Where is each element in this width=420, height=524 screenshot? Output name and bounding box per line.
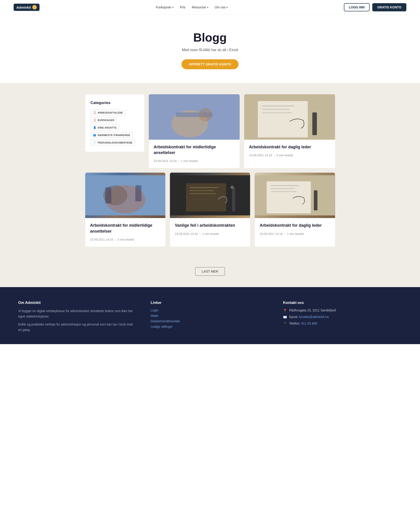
article-title-2: Arbeidskontrakt for daglig leder bbox=[249, 144, 330, 150]
article-card-2[interactable]: Arbeidskontrakt for daglig leder 23.09.2… bbox=[244, 94, 335, 168]
article-meta-3: 23.09.2021 14:16 | 3 min lesetid bbox=[90, 238, 160, 241]
nav-link-om-oss[interactable]: Om oss ▾ bbox=[215, 5, 228, 9]
article-meta-5: 23.09.2021 14:16 | 1 min lesetid bbox=[260, 232, 330, 236]
svg-rect-17 bbox=[190, 187, 218, 188]
phone-icon: 📱 bbox=[283, 322, 287, 325]
svg-rect-18 bbox=[190, 190, 214, 191]
load-more-section: LAST MER bbox=[0, 260, 420, 287]
article-date-2: 23.09.2021 14:16 bbox=[249, 154, 272, 157]
article-readtime-2: 4 min lesetid bbox=[276, 154, 293, 157]
article-title-4: Vanlige feil i arbeidskontrakten bbox=[175, 223, 245, 228]
bottom-grid: Arbeidskontrakt for midlertidige ansette… bbox=[85, 173, 335, 246]
article-meta-1: 23.09.2021 14:16 | 1 min lesetid bbox=[154, 159, 235, 163]
article-card-4[interactable]: Vanlige feil i arbeidskontrakten 23.09.2… bbox=[170, 173, 250, 246]
article-card-1[interactable]: Arbeidskontrakt for midlertidige ansette… bbox=[149, 94, 240, 168]
address-text: Rådhusgata 15, 3211 Sandefjord bbox=[289, 308, 336, 312]
person-icon: 👤 bbox=[93, 126, 96, 129]
article-meta-4: 23.09.2021 14:16 | 1 min lesetid bbox=[175, 232, 245, 236]
login-button[interactable]: LOGG INN bbox=[344, 3, 370, 11]
article-readtime-1: 1 min lesetid bbox=[181, 159, 198, 163]
file-icon: 📋 bbox=[93, 111, 96, 114]
svg-point-3 bbox=[199, 108, 212, 122]
category-tags: 📋 ARBEIDSAVTALENE 📋 BURSDAGER 👤 DINE ANS… bbox=[91, 110, 139, 145]
hero-title: Blogg bbox=[5, 31, 415, 44]
article-meta-2: 23.09.2021 14:16 | 4 min lesetid bbox=[249, 154, 330, 157]
phone-link[interactable]: 911 02 868 bbox=[301, 322, 317, 325]
footer-about-text1: Vi bygger en digital verktøykasse for ad… bbox=[18, 308, 137, 319]
cat-tag-bursdager[interactable]: 📋 BURSDAGER bbox=[91, 117, 117, 123]
contact-address: 📍 Rådhusgata 15, 3211 Sandefjord bbox=[283, 308, 402, 312]
svg-rect-7 bbox=[262, 109, 290, 110]
svg-rect-26 bbox=[271, 192, 297, 192]
svg-rect-27 bbox=[314, 190, 318, 210]
footer-about-text2: Enkle og praktiske verktøy for administr… bbox=[18, 322, 137, 333]
svg-rect-19 bbox=[190, 193, 216, 194]
cat-tag-dine-ansatte[interactable]: 👤 DINE ANSATTE bbox=[91, 125, 119, 130]
chevron-down-icon: ▾ bbox=[227, 6, 228, 9]
chevron-down-icon: ▾ bbox=[172, 6, 174, 9]
email-link[interactable]: kontakt@adminkit.no bbox=[299, 315, 329, 319]
footer-link-databehandleravtale[interactable]: Databehandleravtale bbox=[151, 319, 269, 323]
svg-rect-23 bbox=[267, 182, 311, 213]
footer-link-ledige-stillinger[interactable]: Ledige stillinger bbox=[151, 325, 269, 328]
footer-contact: Kontakt oss 📍 Rådhusgata 15, 3211 Sandef… bbox=[283, 301, 402, 333]
article-body-2: Arbeidskontrakt for daglig leder 23.09.2… bbox=[244, 140, 335, 168]
logo[interactable]: Adminkit bbox=[14, 4, 40, 11]
svg-rect-25 bbox=[271, 188, 295, 189]
top-grid: Categories 📋 ARBEIDSAVTALENE 📋 BURSDAGER… bbox=[85, 94, 335, 168]
article-image-1 bbox=[149, 94, 240, 140]
nav-link-ressurser[interactable]: Ressurser ▾ bbox=[192, 5, 208, 9]
contact-email: ✉️ Epost: kontakt@adminkit.no bbox=[283, 315, 402, 319]
navbar: Adminkit Funksjoner ▾ Pris Ressurser ▾ O… bbox=[0, 0, 420, 15]
footer-link-maler[interactable]: Maler bbox=[151, 314, 269, 317]
svg-point-21 bbox=[231, 186, 234, 189]
article-image-2 bbox=[244, 94, 335, 140]
article-body-3: Arbeidskontrakt for midlertidige ansette… bbox=[85, 218, 165, 246]
svg-rect-14 bbox=[135, 185, 141, 201]
register-button[interactable]: GRATIS KONTO bbox=[372, 3, 406, 11]
article-image-5 bbox=[255, 173, 335, 218]
load-more-button[interactable]: LAST MER bbox=[195, 267, 225, 276]
footer-links: Linker Login Maler Databehandleravtale L… bbox=[151, 301, 269, 333]
nav-link-funksjoner[interactable]: Funksjoner ▾ bbox=[156, 5, 174, 9]
cat-tag-naermeste-parorende[interactable]: 👥 NÆRMESTE PÅRØRENDE bbox=[91, 132, 133, 138]
cat-tag-personaldokumentene[interactable]: 📄 PERSONALDOKUMENTENE bbox=[91, 140, 135, 145]
article-date-1: 23.09.2021 14:16 bbox=[154, 159, 177, 163]
svg-rect-20 bbox=[232, 187, 235, 211]
article-title-3: Arbeidskontrakt for midlertidige ansette… bbox=[90, 223, 160, 234]
article-title-5: Arbeidskontrakt for daglig leder bbox=[260, 223, 330, 228]
cat-tag-arbeidsavtalene[interactable]: 📋 ARBEIDSAVTALENE bbox=[91, 110, 126, 115]
article-body-1: Arbeidskontrakt for midlertidige ansette… bbox=[149, 140, 240, 168]
svg-rect-6 bbox=[262, 106, 294, 106]
article-card-5[interactable]: Arbeidskontrakt for daglig leder 23.09.2… bbox=[255, 173, 335, 246]
svg-rect-13 bbox=[105, 187, 111, 203]
article-body-5: Arbeidskontrakt for daglig leder 23.09.2… bbox=[255, 218, 335, 246]
footer-grid: Om Adminkit Vi bygger en digital verktøy… bbox=[18, 301, 402, 333]
article-card-3[interactable]: Arbeidskontrakt for midlertidige ansette… bbox=[85, 173, 165, 246]
article-date-3: 23.09.2021 14:16 bbox=[90, 238, 113, 241]
article-readtime-3: 3 min lesetid bbox=[117, 238, 134, 241]
hero-subtitle: Med noen få klikk har du alt i Excel bbox=[5, 48, 415, 52]
article-readtime-5: 1 min lesetid bbox=[287, 232, 304, 236]
chevron-down-icon: ▾ bbox=[207, 6, 208, 9]
footer-links-heading: Linker bbox=[151, 301, 269, 305]
main-content: Categories 📋 ARBEIDSAVTALENE 📋 BURSDAGER… bbox=[0, 83, 420, 260]
people-icon: 👥 bbox=[93, 134, 96, 137]
nav-buttons: LOGG INN GRATIS KONTO bbox=[344, 3, 406, 11]
svg-rect-8 bbox=[262, 113, 292, 113]
article-title-1: Arbeidskontrakt for midlertidige ansette… bbox=[154, 144, 235, 156]
hero-cta-button[interactable]: OPPRETT GRATIS KONTO bbox=[182, 59, 238, 69]
calendar-icon: 📋 bbox=[93, 119, 96, 122]
article-readtime-4: 1 min lesetid bbox=[202, 232, 219, 236]
footer: Om Adminkit Vi bygger en digital verktøy… bbox=[0, 287, 420, 344]
footer-link-login[interactable]: Login bbox=[151, 308, 269, 312]
location-icon: 📍 bbox=[283, 309, 287, 312]
nav-links: Funksjoner ▾ Pris Ressurser ▾ Om oss ▾ bbox=[156, 5, 228, 9]
article-date-4: 23.09.2021 14:16 bbox=[175, 232, 198, 236]
article-body-4: Vanlige feil i arbeidskontrakten 23.09.2… bbox=[170, 218, 250, 246]
nav-link-pris[interactable]: Pris bbox=[180, 5, 185, 9]
article-image-4 bbox=[170, 173, 250, 218]
email-icon: ✉️ bbox=[283, 315, 287, 319]
categories-heading: Categories bbox=[91, 101, 139, 105]
svg-rect-9 bbox=[312, 113, 317, 135]
